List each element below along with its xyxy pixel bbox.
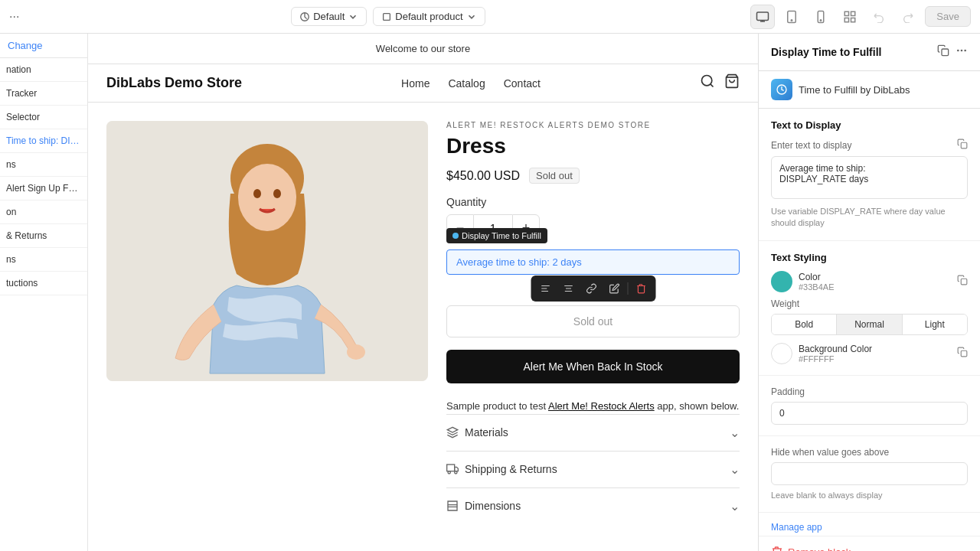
redo-btn[interactable] bbox=[896, 5, 920, 29]
copy-text-icon[interactable] bbox=[957, 139, 968, 152]
sidebar-item-tracker[interactable]: Tracker bbox=[0, 82, 87, 106]
manage-app-link[interactable]: Manage app bbox=[771, 522, 822, 533]
sidebar-item-tuctions[interactable]: tuctions bbox=[0, 272, 87, 295]
bg-color-label: Background Color bbox=[799, 344, 872, 354]
panel-header: Display Time to Fulfill bbox=[759, 34, 980, 71]
default-theme-dropdown[interactable]: Default bbox=[291, 7, 367, 26]
toolbar-dots-icon: ··· bbox=[9, 10, 19, 24]
delete-widget-btn[interactable] bbox=[631, 279, 651, 298]
mobile-view-btn[interactable] bbox=[808, 5, 833, 29]
weight-normal-btn[interactable]: Normal bbox=[837, 315, 902, 334]
store-nav-links: Home Catalog Contact bbox=[401, 77, 541, 90]
padding-input[interactable] bbox=[771, 402, 968, 425]
align-center-btn[interactable] bbox=[558, 279, 578, 298]
sidebar-item-alert-sign-up[interactable]: Alert Sign Up Form bbox=[0, 177, 87, 201]
nav-home[interactable]: Home bbox=[401, 77, 430, 90]
sidebar-item-selector[interactable]: Selector bbox=[0, 106, 87, 129]
color-label: Color bbox=[799, 272, 834, 282]
link-btn[interactable] bbox=[581, 279, 601, 298]
panel-header-icons bbox=[937, 44, 968, 60]
hide-when-hint: Leave blank to always display bbox=[771, 490, 968, 501]
svg-marker-23 bbox=[455, 467, 459, 471]
svg-rect-22 bbox=[447, 465, 455, 471]
panel-title: Display Time to Fulfill bbox=[771, 46, 881, 58]
svg-point-14 bbox=[273, 189, 281, 198]
tooltip-dot bbox=[452, 233, 459, 239]
copy-icon[interactable] bbox=[937, 44, 949, 60]
bg-color-value: #FFFFFF bbox=[799, 354, 872, 364]
panel-app-row: Time to Fulfill by DibLabs bbox=[759, 71, 980, 109]
display-time-widget[interactable]: Display Time to Fulfill Average time to … bbox=[446, 249, 740, 275]
toolbar-right: Save bbox=[750, 5, 971, 29]
cart-icon[interactable] bbox=[724, 73, 740, 93]
restock-alerts-link[interactable]: Alert Me! Restock Alerts bbox=[548, 400, 655, 412]
default-product-dropdown[interactable]: Default product bbox=[373, 7, 485, 26]
display-text-input[interactable]: Average time to ship: DISPLAY_RATE days bbox=[771, 156, 968, 199]
alert-me-button[interactable]: Alert Me When Back In Stock bbox=[446, 350, 740, 383]
dimensions-label: Dimensions bbox=[465, 500, 521, 512]
edit-btn[interactable] bbox=[604, 279, 624, 298]
padding-section: Padding bbox=[759, 376, 980, 436]
product-image bbox=[106, 121, 428, 381]
store-banner: Welcome to our store bbox=[88, 34, 758, 64]
color-value: #33B4AE bbox=[799, 282, 834, 292]
product-title: Dress bbox=[446, 134, 740, 158]
materials-chevron-icon: ⌄ bbox=[730, 425, 740, 440]
bg-color-swatch[interactable] bbox=[771, 343, 792, 364]
widget-tooltip-label: Display Time to Fulfill bbox=[462, 231, 541, 240]
sidebar-item-ns2[interactable]: ns bbox=[0, 248, 87, 272]
left-sidebar: Change nation Tracker Selector Time to s… bbox=[0, 34, 88, 551]
svg-point-25 bbox=[455, 471, 457, 474]
sidebar-item-on[interactable]: on bbox=[0, 201, 87, 224]
svg-point-24 bbox=[448, 471, 450, 474]
product-price-row: $450.00 USD Sold out bbox=[446, 168, 740, 184]
hide-when-input[interactable] bbox=[771, 462, 968, 485]
toolbar-divider bbox=[627, 282, 628, 295]
text-to-display-section: Text to Display Enter text to display Av… bbox=[759, 109, 980, 241]
weight-section: Weight Bold Normal Light bbox=[771, 298, 968, 335]
search-icon[interactable] bbox=[700, 73, 715, 93]
widget-text-box[interactable]: Average time to ship: 2 days bbox=[446, 249, 740, 275]
color-swatch[interactable] bbox=[771, 271, 792, 292]
save-button[interactable]: Save bbox=[925, 6, 971, 27]
svg-rect-35 bbox=[961, 351, 967, 357]
color-copy-icon[interactable] bbox=[957, 275, 968, 288]
tablet-view-btn[interactable] bbox=[779, 5, 804, 29]
text-styling-title: Text Styling bbox=[771, 252, 968, 263]
hide-when-label: Hide when value goes above bbox=[771, 447, 968, 458]
quantity-label: Quantity bbox=[446, 196, 740, 208]
bg-color-copy-icon[interactable] bbox=[957, 347, 968, 360]
weight-bold-btn[interactable]: Bold bbox=[772, 315, 837, 334]
desktop-view-btn[interactable] bbox=[750, 5, 775, 29]
accordion-materials[interactable]: Materials ⌄ bbox=[446, 414, 740, 451]
widget-toolbar bbox=[531, 276, 655, 302]
text-to-display-title: Text to Display bbox=[771, 119, 968, 131]
sidebar-items: nation Tracker Selector Time to ship: DI… bbox=[0, 58, 87, 551]
more-icon[interactable] bbox=[956, 44, 968, 60]
canvas-frame: Welcome to our store DibLabs Demo Store … bbox=[88, 34, 758, 551]
svg-point-6 bbox=[821, 19, 822, 21]
materials-label: Materials bbox=[465, 426, 508, 439]
bg-color-row: Background Color #FFFFFF bbox=[771, 343, 968, 364]
undo-btn[interactable] bbox=[867, 5, 891, 29]
manage-app-section: Manage app bbox=[759, 513, 980, 536]
sidebar-item-nation[interactable]: nation bbox=[0, 58, 87, 82]
nav-contact[interactable]: Contact bbox=[504, 77, 541, 90]
toolbar-left: ··· bbox=[9, 10, 25, 24]
change-button[interactable]: Change bbox=[0, 34, 87, 58]
sidebar-item-time-to-ship[interactable]: Time to ship: DISPL... bbox=[0, 129, 87, 153]
svg-rect-34 bbox=[961, 279, 967, 285]
nav-catalog[interactable]: Catalog bbox=[448, 77, 485, 90]
weight-light-btn[interactable]: Light bbox=[903, 315, 967, 334]
more-options-btn[interactable] bbox=[838, 5, 862, 29]
enter-text-label: Enter text to display bbox=[771, 139, 968, 152]
sidebar-item-ns[interactable]: ns bbox=[0, 153, 87, 177]
align-left-btn[interactable] bbox=[535, 279, 555, 298]
shipping-chevron-icon: ⌄ bbox=[730, 462, 740, 477]
sidebar-item-returns[interactable]: & Returns bbox=[0, 224, 87, 248]
text-styling-section: Text Styling Color #33B4AE bbox=[759, 241, 980, 376]
app-name: Time to Fulfill by DibLabs bbox=[799, 84, 910, 96]
accordion-shipping[interactable]: Shipping & Returns ⌄ bbox=[446, 451, 740, 487]
remove-block-button[interactable]: Remove block bbox=[759, 536, 980, 551]
accordion-dimensions[interactable]: Dimensions ⌄ bbox=[446, 487, 740, 524]
